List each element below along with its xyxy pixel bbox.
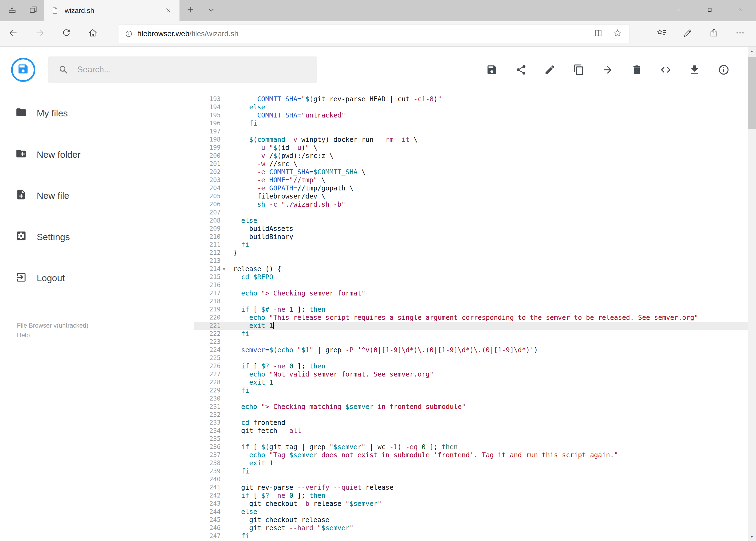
save-button[interactable] [486,64,498,76]
code-line[interactable]: 195 COMMIT_SHA="untracked" [194,111,748,119]
code-line[interactable]: 212} [194,249,748,257]
code-line[interactable]: 245 git checkout release [194,516,748,524]
code-line[interactable]: 247 fi [194,532,748,540]
search-input[interactable] [76,65,317,75]
move-button[interactable] [602,64,614,76]
code-line[interactable]: 208 else [194,217,748,225]
code-line[interactable]: 229 fi [194,386,748,395]
code-line[interactable]: 241 git rev-parse --verify --quiet relea… [194,483,748,492]
sidebar-item-my-files[interactable]: My files [0,93,194,134]
address-bar[interactable]: filebrowser.web/files/wizard.sh [119,25,630,43]
raw-code-button[interactable] [660,64,671,76]
code-line[interactable]: 240 [194,475,748,483]
home-button[interactable] [80,21,106,46]
scroll-up-arrow-icon[interactable]: ▲ [748,47,756,55]
back-button[interactable] [0,21,26,46]
browser-tab[interactable]: wizard.sh [44,0,180,21]
code-line[interactable]: 204 -e GOPATH=//tmp/gopath \ [194,184,748,192]
code-line[interactable]: 216 [194,281,748,289]
code-line[interactable]: 224 semver=$(echo "$1" | grep -P '^v(0|[… [194,346,748,354]
filebrowser-logo[interactable] [11,58,35,82]
code-line[interactable]: 213 [194,257,748,265]
code-line[interactable]: 196 fi [194,119,748,128]
code-line[interactable]: 237 echo "Tag $semver does not exist in … [194,451,748,459]
page-scrollbar[interactable]: ▲ ▼ [748,47,756,541]
code-line[interactable]: 214▾release () { [194,265,748,273]
code-line[interactable]: 227 echo "Not valid semver format. See s… [194,370,748,378]
code-line[interactable]: 193 COMMIT_SHA="$(git rev-parse HEAD | c… [194,95,748,103]
set-tabs-aside-button[interactable] [1,0,23,21]
code-line[interactable]: 242 if [ $? -ne 0 ]; then [194,492,748,500]
code-line[interactable]: 199 -u "$(id -u)" \ [194,144,748,152]
code-line[interactable]: 246 git reset --hard "$semver" [194,524,748,532]
code-line[interactable]: 236 if [ $(git tag | grep "$semver" | wc… [194,443,748,451]
site-info-button[interactable] [125,30,133,38]
code-line[interactable]: 235 [194,435,748,443]
scrollbar-thumb[interactable] [748,57,756,129]
code-line[interactable]: 211 fi [194,241,748,249]
code-line[interactable]: 215 cd $REPO [194,273,748,281]
code-line[interactable]: 226 if [ $? -ne 0 ]; then [194,362,748,370]
info-button[interactable] [718,64,730,76]
minimize-button[interactable] [663,0,694,21]
code-line[interactable]: 203 -e HOME="//tmp" \ [194,176,748,184]
forward-button[interactable] [26,21,53,46]
share-button[interactable] [701,21,727,46]
favorites-hub-button[interactable] [649,21,675,46]
code-line[interactable]: 210 buildBinary [194,233,748,241]
download-button[interactable] [689,64,700,76]
fold-arrow-icon[interactable]: ▾ [220,265,233,273]
share-file-button[interactable] [515,64,527,76]
code-line[interactable]: 205 filebrowser/dev \ [194,192,748,201]
reading-view-button[interactable] [589,25,608,42]
tab-close-button[interactable] [161,4,176,18]
code-line[interactable]: 207 [194,209,748,217]
code-line[interactable]: 198 $(command -v winpty) docker run --rm… [194,136,748,144]
code-line[interactable]: 194 else [194,103,748,111]
more-button[interactable] [727,21,753,46]
code-line[interactable]: 197 [194,128,748,136]
tab-preview-chevron-button[interactable] [201,0,222,21]
sidebar-item-settings[interactable]: Settings [0,216,194,258]
code-line[interactable]: 244 else [194,508,748,516]
scroll-down-arrow-icon[interactable]: ▼ [748,533,756,541]
help-link[interactable]: Help [17,330,194,340]
code-line[interactable]: 209 buildAssets [194,225,748,233]
code-line[interactable]: 228 exit 1 [194,378,748,386]
refresh-button[interactable] [53,21,80,46]
sidebar-item-new-file[interactable]: New file [0,175,194,216]
code-line[interactable]: 234 git fetch --all [194,427,748,435]
code-line[interactable]: 233 cd frontend [194,419,748,427]
copy-button[interactable] [573,64,585,76]
code-line[interactable]: 200 -v /$(pwd):/src:z \ [194,152,748,160]
web-note-button[interactable] [675,21,701,46]
search-bar[interactable] [48,56,317,83]
code-line[interactable]: 217 echo "> Checking semver format" [194,289,748,297]
code-line[interactable]: 223 [194,338,748,346]
rename-button[interactable] [544,64,556,76]
code-line[interactable]: 202 -e COMMIT_SHA=$COMMIT_SHA \ [194,168,748,176]
tabs-preview-button[interactable] [23,0,44,21]
close-window-button[interactable] [725,0,756,21]
new-tab-button[interactable] [179,0,201,21]
code-line[interactable]: 225 [194,354,748,362]
code-line[interactable]: 222 fi [194,330,748,338]
code-line[interactable]: 232 [194,411,748,419]
code-line[interactable]: 220 echo "This release script requires a… [194,313,748,322]
code-editor[interactable]: 193 COMMIT_SHA="$(git rev-parse HEAD | c… [194,93,748,541]
code-line[interactable]: 201 -w //src \ [194,160,748,168]
code-line[interactable]: 231 echo "> Checking matching $semver in… [194,403,748,411]
code-line[interactable]: 230 [194,395,748,403]
delete-button[interactable] [631,64,642,76]
code-line[interactable]: 221 exit 1 [194,322,748,330]
sidebar-item-logout[interactable]: Logout [0,258,194,298]
add-favorite-button[interactable] [608,25,628,42]
maximize-button[interactable] [694,0,725,21]
code-line[interactable]: 238 exit 1 [194,459,748,467]
code-line[interactable]: 243 git checkout -b release "$semver" [194,500,748,508]
code-line[interactable]: 206 sh -c "./wizard.sh -b" [194,201,748,209]
code-line[interactable]: 239 fi [194,467,748,475]
code-line[interactable]: 218 [194,297,748,305]
sidebar-item-new-folder[interactable]: New folder [0,134,194,175]
code-line[interactable]: 219 if [ $# -ne 1 ]; then [194,305,748,313]
